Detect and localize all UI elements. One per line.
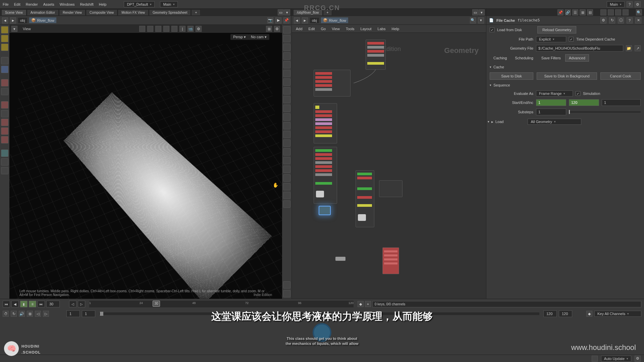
node-menu-layout[interactable]: Layout — [359, 27, 374, 31]
keyframe-add-icon[interactable]: + — [365, 301, 371, 307]
range-prev-icon[interactable]: ◁ — [35, 311, 41, 317]
range-start-field[interactable]: 1 — [66, 310, 80, 317]
tab-scene-view[interactable]: Scene View — [1, 9, 26, 16]
tab-motion-fx[interactable]: Motion FX View — [118, 9, 149, 16]
param-reload-icon[interactable]: ↻ — [609, 17, 615, 23]
substeps-slider[interactable] — [569, 111, 641, 113]
move-tool-icon[interactable] — [1, 57, 8, 64]
brush-tool-icon[interactable] — [1, 119, 8, 126]
color-tool-icon[interactable] — [1, 101, 8, 109]
help-icon[interactable]: ? — [627, 1, 633, 7]
realtime-icon[interactable]: ⏱ — [3, 311, 9, 317]
simulation-check[interactable] — [576, 91, 580, 96]
param-grid-icon[interactable]: ⊞ — [580, 9, 586, 15]
node-name-field[interactable]: filecache5 — [518, 18, 540, 22]
camera-tool-icon[interactable] — [1, 158, 8, 166]
display-bbox-icon[interactable] — [283, 61, 290, 68]
node-menu-labs[interactable]: Labs — [376, 27, 388, 31]
node-menu-help[interactable]: Help — [389, 27, 401, 31]
evaluate-as-combo[interactable]: Frame Range — [536, 90, 573, 97]
sculpt-tool-icon[interactable] — [1, 127, 8, 135]
geometry-file-field[interactable]: $:/Cache_HOU/HOUSchool/BodilyFlu — [536, 45, 623, 52]
node-cluster-3[interactable] — [314, 103, 337, 143]
handles-tool-icon[interactable] — [1, 35, 8, 42]
end-field[interactable]: 120 — [569, 99, 599, 106]
param-gear-icon[interactable]: ⚙ — [600, 17, 606, 23]
node-menu-edit[interactable]: Edit — [307, 27, 317, 31]
display-uvs-icon[interactable] — [283, 44, 290, 51]
selected-filecache-node[interactable] — [319, 206, 331, 215]
pane-max-icon[interactable]: ▭ — [278, 9, 284, 15]
snap-grid-tool-icon[interactable] — [1, 79, 8, 86]
auto-update-combo[interactable]: Auto Update — [601, 356, 631, 362]
render-icon[interactable]: ▶ — [275, 17, 281, 23]
tab-geo-spreadsheet[interactable]: Geometry Spreadsheet — [149, 9, 191, 16]
param-close-icon[interactable]: ✕ — [635, 17, 641, 23]
pin-icon[interactable]: 📌 — [283, 17, 289, 23]
display-normals-icon[interactable] — [283, 35, 290, 42]
settings-icon[interactable]: ⚙ — [635, 1, 641, 7]
display-opt9-icon[interactable] — [283, 183, 290, 190]
node-path-root[interactable]: obj — [310, 18, 319, 23]
node-output[interactable] — [382, 247, 399, 274]
load-geo-combo[interactable]: All Geometry — [528, 119, 581, 125]
first-frame-button[interactable]: ⏮ — [3, 301, 10, 307]
vp-light-icon[interactable] — [171, 26, 177, 32]
display-info-icon[interactable] — [283, 281, 290, 289]
save-to-disk-bg-button[interactable]: Save to Disk in Background — [537, 72, 597, 80]
inspect-tool-icon[interactable] — [1, 149, 8, 157]
node-menu-go[interactable]: Go — [319, 27, 328, 31]
file-jump-icon[interactable]: ↗ — [635, 45, 641, 51]
substeps-field[interactable]: 1 — [536, 109, 566, 115]
tab-scheduling[interactable]: Scheduling — [511, 54, 537, 62]
node-menu-add[interactable]: Add — [294, 27, 305, 31]
range-next-icon[interactable]: ▷ — [43, 311, 49, 317]
node-find-icon[interactable]: 🔍 — [470, 17, 476, 23]
node-cluster-6[interactable] — [379, 180, 402, 197]
light-tool-icon[interactable] — [1, 167, 8, 174]
node-menu-view[interactable]: View — [330, 27, 342, 31]
display-marker-icon[interactable] — [283, 157, 290, 164]
node-pane-opts-icon[interactable]: ▾ — [479, 9, 485, 15]
vp-grid-icon[interactable] — [155, 26, 161, 32]
nav-back-icon[interactable]: ◄ — [2, 17, 8, 23]
menu-edit[interactable]: Edit — [14, 2, 20, 6]
snap-prim-tool-icon[interactable] — [1, 88, 8, 95]
param-info-icon[interactable]: ⓘ — [618, 17, 624, 23]
display-opt8-icon[interactable] — [283, 174, 290, 182]
node-nav-fwd-icon[interactable]: ► — [302, 17, 308, 23]
vp-snap-icon[interactable] — [147, 26, 153, 32]
range-rstart-field[interactable]: 1 — [82, 310, 95, 317]
keyframe-prev-icon[interactable]: ◆ — [358, 301, 364, 307]
measure-tool-icon[interactable] — [1, 136, 8, 143]
load-section[interactable]: ▸ Load All Geometry — [486, 117, 644, 127]
display-backface-icon[interactable] — [283, 78, 290, 86]
desktop-combo[interactable]: DPT_Default — [124, 1, 155, 7]
menu-windows[interactable]: Windows — [60, 2, 75, 6]
menu-assets[interactable]: Assets — [43, 2, 54, 6]
display-velo-icon[interactable] — [283, 52, 290, 60]
tab-caching[interactable]: Caching — [490, 54, 511, 62]
time-dependent-check[interactable] — [569, 37, 574, 42]
display-opt10-icon[interactable] — [283, 192, 290, 199]
node-graph[interactable]: Geometry Edition — [292, 33, 486, 299]
range-rend-field[interactable]: 120 — [559, 310, 572, 317]
cook-status-icon[interactable] — [592, 356, 598, 362]
pane-opts-icon[interactable]: ▾ — [284, 9, 290, 15]
vp-opts-icon[interactable]: ⚙ — [196, 26, 202, 32]
param-grid2-icon[interactable]: ⊟ — [587, 9, 593, 15]
last-frame-button[interactable]: ⏭ — [38, 301, 45, 307]
node-cluster-1[interactable] — [366, 40, 386, 70]
nav-fwd-icon[interactable]: ► — [10, 17, 16, 23]
display-opt1-icon[interactable] — [283, 105, 290, 112]
param-list-icon[interactable]: ☰ — [572, 9, 578, 15]
node-menu-tools[interactable]: Tools — [344, 27, 357, 31]
menu-file[interactable]: File — [3, 2, 9, 6]
path-root[interactable]: obj — [18, 18, 27, 23]
display-opt7-icon[interactable] — [283, 166, 290, 173]
node-cluster-5[interactable] — [356, 170, 374, 227]
loop-icon[interactable]: ↻ — [11, 311, 17, 317]
lock-tool-icon[interactable] — [1, 66, 8, 73]
display-opt5-icon[interactable] — [283, 139, 290, 147]
tab-animation-editor[interactable]: Animation Editor — [27, 9, 59, 16]
